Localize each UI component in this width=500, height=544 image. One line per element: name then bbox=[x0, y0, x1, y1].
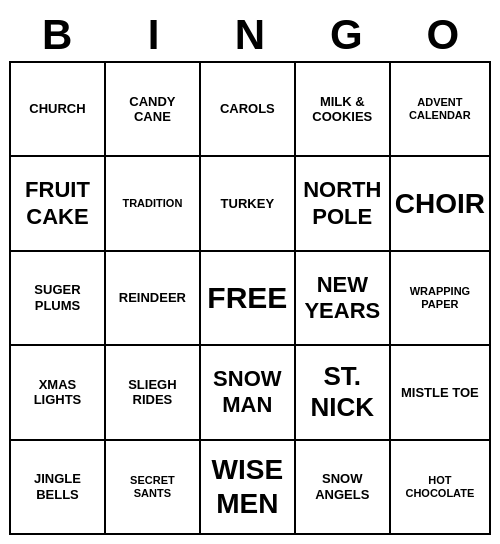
bingo-cell: CAROLS bbox=[201, 63, 296, 157]
cell-label: TRADITION bbox=[122, 197, 182, 210]
cell-label: WRAPPING PAPER bbox=[395, 285, 485, 311]
bingo-cell: MISTLE TOE bbox=[391, 346, 491, 440]
bingo-cell: SLIEGH RIDES bbox=[106, 346, 201, 440]
cell-label: FRUIT CAKE bbox=[15, 177, 100, 230]
bingo-cell: REINDEER bbox=[106, 252, 201, 346]
cell-label: SNOW ANGELS bbox=[300, 471, 385, 502]
bingo-letter: B bbox=[11, 11, 103, 59]
cell-label: CHOIR bbox=[395, 187, 485, 221]
bingo-cell: TURKEY bbox=[201, 157, 296, 251]
bingo-cell: FRUIT CAKE bbox=[11, 157, 106, 251]
bingo-cell: HOT CHOCOLATE bbox=[391, 441, 491, 535]
bingo-cell: CANDY CANE bbox=[106, 63, 201, 157]
cell-label: SNOW MAN bbox=[205, 366, 290, 419]
bingo-letter: I bbox=[108, 11, 200, 59]
bingo-card: BINGO CHURCHCANDY CANECAROLSMILK & COOKI… bbox=[5, 5, 495, 539]
bingo-cell: SNOW ANGELS bbox=[296, 441, 391, 535]
bingo-cell: WISE MEN bbox=[201, 441, 296, 535]
cell-label: MILK & COOKIES bbox=[300, 94, 385, 125]
cell-label: CHURCH bbox=[29, 101, 85, 117]
cell-label: CANDY CANE bbox=[110, 94, 195, 125]
cell-label: SLIEGH RIDES bbox=[110, 377, 195, 408]
bingo-cell: SECRET SANTS bbox=[106, 441, 201, 535]
cell-label: TURKEY bbox=[221, 196, 274, 212]
bingo-header: BINGO bbox=[9, 9, 491, 61]
bingo-cell: NEW YEARS bbox=[296, 252, 391, 346]
bingo-cell: TRADITION bbox=[106, 157, 201, 251]
cell-label: ADVENT CALENDAR bbox=[395, 96, 485, 122]
cell-label: NEW YEARS bbox=[300, 272, 385, 325]
bingo-cell: FREE bbox=[201, 252, 296, 346]
bingo-cell: ADVENT CALENDAR bbox=[391, 63, 491, 157]
cell-label: SECRET SANTS bbox=[110, 474, 195, 500]
bingo-letter: O bbox=[397, 11, 489, 59]
bingo-letter: G bbox=[300, 11, 392, 59]
cell-label: ST. NICK bbox=[300, 361, 385, 423]
cell-label: NORTH POLE bbox=[300, 177, 385, 230]
bingo-cell: MILK & COOKIES bbox=[296, 63, 391, 157]
cell-label: WISE MEN bbox=[205, 453, 290, 520]
bingo-cell: CHURCH bbox=[11, 63, 106, 157]
bingo-cell: ST. NICK bbox=[296, 346, 391, 440]
bingo-grid: CHURCHCANDY CANECAROLSMILK & COOKIESADVE… bbox=[9, 61, 491, 535]
bingo-letter: N bbox=[204, 11, 296, 59]
bingo-cell: JINGLE BELLS bbox=[11, 441, 106, 535]
cell-label: MISTLE TOE bbox=[401, 385, 479, 401]
bingo-cell: WRAPPING PAPER bbox=[391, 252, 491, 346]
cell-label: CAROLS bbox=[220, 101, 275, 117]
cell-label: XMAS LIGHTS bbox=[15, 377, 100, 408]
bingo-cell: XMAS LIGHTS bbox=[11, 346, 106, 440]
bingo-cell: CHOIR bbox=[391, 157, 491, 251]
cell-label: REINDEER bbox=[119, 290, 186, 306]
cell-label: JINGLE BELLS bbox=[15, 471, 100, 502]
cell-label: FREE bbox=[207, 280, 287, 316]
bingo-cell: SNOW MAN bbox=[201, 346, 296, 440]
bingo-cell: NORTH POLE bbox=[296, 157, 391, 251]
cell-label: HOT CHOCOLATE bbox=[395, 474, 485, 500]
cell-label: SUGER PLUMS bbox=[15, 282, 100, 313]
bingo-cell: SUGER PLUMS bbox=[11, 252, 106, 346]
